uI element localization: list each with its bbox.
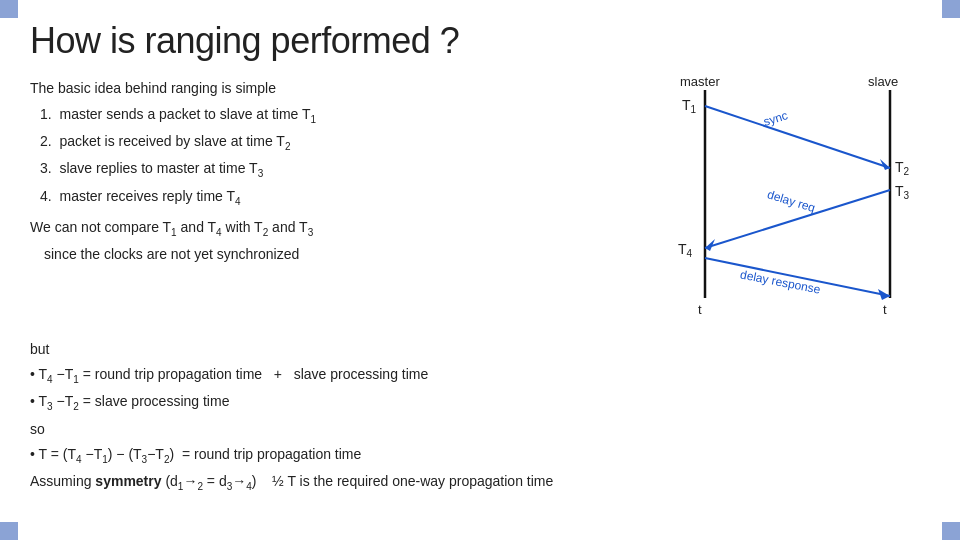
svg-text:delay req: delay req: [766, 187, 817, 215]
compare-section: We can not compare T1 and T4 with T2 and…: [30, 217, 630, 266]
bullet1: • T4 −T1 = round trip propagation time +…: [30, 363, 930, 388]
intro-section: The basic idea behind ranging is simple …: [30, 78, 630, 209]
compare-line1: We can not compare T1 and T4 with T2 and…: [30, 217, 630, 240]
corner-decoration-br: [942, 522, 960, 540]
ranging-diagram: master slave T1 sync T2 T3: [650, 68, 930, 328]
text-area: The basic idea behind ranging is simple …: [30, 78, 630, 328]
svg-text:T1: T1: [682, 97, 697, 115]
page: How is ranging performed ? The basic ide…: [0, 0, 960, 540]
svg-text:t: t: [883, 302, 887, 317]
compare-line2: since the clocks are not yet synchronize…: [30, 244, 630, 266]
corner-decoration-tr: [942, 0, 960, 18]
symmetry-word: symmetry: [95, 473, 161, 489]
step-3: 3. slave replies to master at time T3: [30, 158, 630, 181]
svg-text:T2: T2: [895, 159, 910, 177]
step-1: 1. master sends a packet to slave at tim…: [30, 104, 630, 127]
step-4: 4. master receives reply time T4: [30, 186, 630, 209]
corner-decoration-bl: [0, 522, 18, 540]
content-area: The basic idea behind ranging is simple …: [30, 78, 930, 328]
corner-decoration-tl: [0, 0, 18, 18]
step-2: 2. packet is received by slave at time T…: [30, 131, 630, 154]
svg-text:T3: T3: [895, 183, 910, 201]
page-title: How is ranging performed ?: [30, 20, 930, 62]
slave-label: slave: [868, 74, 898, 89]
svg-text:delay response: delay response: [739, 267, 822, 296]
so-label: so: [30, 418, 930, 441]
svg-text:T4: T4: [678, 241, 693, 259]
svg-text:sync: sync: [762, 108, 790, 129]
master-label: master: [680, 74, 720, 89]
diagram-area: master slave T1 sync T2 T3: [650, 68, 930, 328]
intro-text: The basic idea behind ranging is simple: [30, 78, 630, 100]
svg-text:t: t: [698, 302, 702, 317]
bullet3: • T = (T4 −T1) − (T3−T2) = round trip pr…: [30, 443, 930, 468]
but-label: but: [30, 338, 930, 361]
bottom-section: but • T4 −T1 = round trip propagation ti…: [30, 338, 930, 495]
assuming-line: Assuming symmetry (d1→2 = d3→4) ½ T is t…: [30, 470, 930, 495]
svg-line-3: [705, 106, 890, 168]
bullet2: • T3 −T2 = slave processing time: [30, 390, 930, 415]
